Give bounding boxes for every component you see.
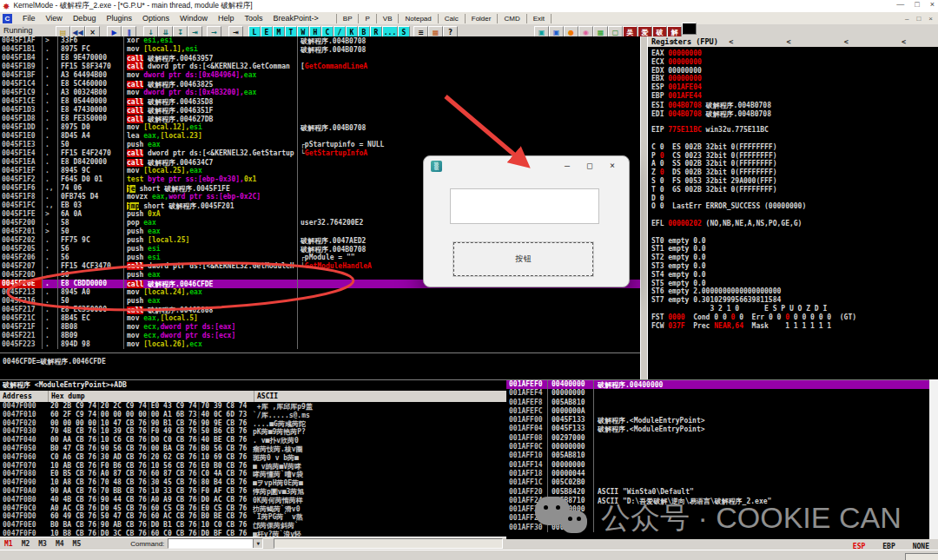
- disasm-row[interactable]: 0045F217.E8 EC350000call 破解程序.00462808: [0, 306, 640, 314]
- register-line[interactable]: [651, 228, 938, 237]
- mdi-minimize-button[interactable]: –: [905, 15, 908, 23]
- disasm-row[interactable]: 0045F1D8.E8 FE350000call 破解程序.004627DB: [0, 115, 640, 123]
- register-line[interactable]: Z 0 DS 002B 32bit 0(FFFFFFFF): [651, 168, 938, 177]
- dump-row[interactable]: 0047F03070 4B CB 76|10 39 CB 76|F0 49 CB…: [0, 427, 506, 436]
- register-line[interactable]: [651, 117, 938, 126]
- menu-item-breakpoint[interactable]: BreakPoint->: [268, 14, 324, 23]
- register-line[interactable]: ESP 001AFE04: [651, 83, 938, 92]
- disasm-row[interactable]: 0045F1B1.8975 FCmov [local.1],esi破解程序.00…: [0, 45, 640, 54]
- dump-row[interactable]: 0047F080E0 B5 CB 76|A0 87 CB 76|60 87 CB…: [0, 470, 506, 478]
- disasm-row[interactable]: 0045F1D3.E8 47430000call 破解程序.0046351F: [0, 106, 640, 115]
- stack-row[interactable]: 001AFF1800000044: [506, 470, 929, 478]
- register-line[interactable]: EAX 00000000: [651, 49, 938, 58]
- register-line[interactable]: P 0 CS 0023 32bit 0(FFFFFFFF): [651, 152, 938, 161]
- register-line[interactable]: [651, 135, 938, 143]
- dialog-text-input[interactable]: [450, 188, 599, 224]
- command-dropdown-icon[interactable]: ▼: [253, 539, 262, 548]
- register-line[interactable]: EBX 00000000: [651, 75, 938, 83]
- stack-row[interactable]: 001AFF24005B8710ASCII "D:\吾爱破解\逆向\易语言\破解…: [506, 497, 929, 505]
- stack-row[interactable]: 001AFF1C005C02B0: [506, 478, 929, 487]
- menu-item-file[interactable]: File: [17, 14, 41, 23]
- register-line[interactable]: ECX 00000000: [651, 58, 938, 67]
- register-line[interactable]: ESI 004B0708 破解程序.004B0708: [651, 101, 938, 109]
- target-app-dialog[interactable]: ▒ — □ × 按钮: [423, 155, 630, 287]
- disasm-row[interactable]: 0045F216.50push eax: [0, 297, 640, 306]
- register-line[interactable]: EIP 775E11BC win32u.775E11BC: [651, 126, 938, 135]
- disasm-row[interactable]: 0045F223.894D 98mov [local.26],ecx: [0, 340, 640, 349]
- mdi-close-button[interactable]: ×: [928, 15, 933, 23]
- disasm-row[interactable]: 0045F1CE.E8 05440000call 破解程序.004635D8: [0, 97, 640, 106]
- stack-row[interactable]: 001AFEF8005AB810: [506, 399, 929, 407]
- menu-item-debug[interactable]: Debug: [68, 14, 102, 23]
- disasm-row[interactable]: 0045F213.8945 A0mov [local.24],eax: [0, 288, 640, 297]
- menu-item-options[interactable]: Options: [137, 14, 175, 23]
- register-line[interactable]: T 0 GS 002B 32bit 0(FFFFFFFF): [651, 186, 938, 194]
- dump-row[interactable]: 0047F0A090 AA CB 76|70 BB CB 76|10 33 CB…: [0, 487, 506, 496]
- stack-row[interactable]: 001AFEF400000000: [506, 389, 929, 398]
- disasm-row[interactable]: 0045F1BF.A3 64494B00mov dword ptr ds:[0x…: [0, 71, 640, 80]
- memory-tab-m5[interactable]: M5: [69, 540, 86, 548]
- disasm-row[interactable]: 0045F21C.8B45 ECmov eax,[local.5]: [0, 314, 640, 323]
- dialog-button[interactable]: 按钮: [453, 242, 593, 276]
- disasm-row[interactable]: 0045F1B9.FF15 58F3470call dword ptr ds:[…: [0, 63, 640, 71]
- dump-row[interactable]: 0047F01060 2F C9 74|00 00 00 00|00 A1 6B…: [0, 411, 506, 419]
- registers-header-arrows[interactable]: < < < < <: [671, 36, 930, 47]
- register-line[interactable]: FST 0000 Cond 0 0 0 0 Err 0 0 0 0 0 0 0 …: [651, 313, 938, 322]
- disasm-row[interactable]: 0045F1C4.E8 5C460000call 破解程序.00463825: [0, 80, 640, 89]
- stack-row[interactable]: 001AFEFC0000000A: [506, 407, 929, 416]
- dump-row[interactable]: 0047F0D060 49 CB 76|50 47 CB 76|60 AC CB…: [0, 512, 506, 521]
- dialog-maximize-button[interactable]: □: [578, 156, 601, 175]
- stack-row[interactable]: 001AFF3000000000: [506, 524, 929, 532]
- menu-item-window[interactable]: Window: [175, 14, 213, 23]
- register-line[interactable]: 3 2 1 0 E S P U O Z D I: [651, 305, 938, 313]
- register-line[interactable]: EFL 00000202 (NO,NB,NE,A,NS,PO,GE,G): [651, 220, 938, 228]
- stack-row[interactable]: 001AFF2C00000000: [506, 514, 929, 523]
- register-line[interactable]: ST4 empty 0.0: [651, 271, 938, 280]
- window-close-button[interactable]: ×: [930, 0, 935, 9]
- register-line[interactable]: A 0 SS 002B 32bit 0(FFFFFFFF): [651, 160, 938, 168]
- disasm-row[interactable]: 0045F1E0.8D45 A4lea eax,[local.23]: [0, 132, 640, 141]
- stack-row[interactable]: 001AFF000045F133破解程序.<ModuleEntryPoint>: [506, 416, 929, 425]
- stack-row[interactable]: 001AFF2800000000: [506, 505, 929, 514]
- register-line[interactable]: C 0 ES 002B 32bit 0(FFFFFFFF): [651, 143, 938, 152]
- register-line[interactable]: EDX 00000000: [651, 67, 938, 76]
- dump-row[interactable]: 0047F060C0 A6 CB 76|30 AD CB 76|20 62 CB…: [0, 453, 506, 462]
- memory-tab-m3[interactable]: M3: [34, 540, 51, 548]
- dump-row[interactable]: 0047F02000 00 00 00|10 47 CB 76|90 B1 CB…: [0, 419, 506, 428]
- window-maximize-button[interactable]: □: [915, 0, 919, 9]
- register-line[interactable]: ST7 empty 0.3010299956639811584: [651, 296, 938, 305]
- register-line[interactable]: FCW 037F Prec NEAR,64 Mask 1 1 1 1 1 1: [651, 322, 938, 331]
- register-line[interactable]: ST2 empty 0.0: [651, 254, 938, 262]
- stack-row[interactable]: 001AFF0C00000000: [506, 443, 929, 451]
- stack-row[interactable]: 001AFF10005AB810: [506, 451, 929, 460]
- dump-row[interactable]: 0047F0C0A0 AC CB 76|D0 45 CB 76|60 C5 CB…: [0, 504, 506, 513]
- disasm-row[interactable]: 0045F221.8B09mov ecx,dword ptr ds:[ecx]: [0, 332, 640, 340]
- dump-row[interactable]: 0047F0B040 4B CB 76|90 44 CB 76|A0 A9 CB…: [0, 496, 506, 504]
- menu-item-help[interactable]: Help: [213, 14, 240, 23]
- stack-pane[interactable]: 001AFEF000400000破解程序.00400000001AFEF4000…: [506, 379, 929, 540]
- stack-row[interactable]: 001AFF0800297000: [506, 434, 929, 443]
- register-line[interactable]: S 0 FS 0053 32bit 29A000(FFF): [651, 177, 938, 186]
- dump-row[interactable]: 0047F050B0 47 CB 76|90 56 CB 76|00 BA CB…: [0, 445, 506, 453]
- menu-item-view[interactable]: View: [41, 14, 68, 23]
- dump-row[interactable]: 0047F07010 AB CB 76|F0 B6 CB 76|10 56 CB…: [0, 462, 506, 471]
- plugin-black-icon[interactable]: [682, 23, 697, 35]
- dump-row[interactable]: 0047F04000 AA CB 76|10 C6 CB 76|D0 C0 CB…: [0, 436, 506, 445]
- stack-scrollbar[interactable]: [929, 379, 938, 539]
- disasm-row[interactable]: 0045F1DD.8975 D0mov [local.12],esi破解程序.0…: [0, 123, 640, 132]
- memory-tab-m4[interactable]: M4: [51, 540, 69, 548]
- disasm-row[interactable]: 0045F1AF>33F6xor esi,esi破解程序.004B0708: [0, 36, 640, 45]
- register-line[interactable]: O 0 LastErr ERROR_SUCCESS (00000000): [651, 202, 938, 211]
- dump-row[interactable]: 0047F0E0B0 BA CB 76|90 AB CB 76|D0 B1 CB…: [0, 521, 506, 530]
- stack-row[interactable]: 001AFF040045F133破解程序.<ModuleEntryPoint>: [506, 425, 929, 433]
- register-line[interactable]: D 0: [651, 194, 938, 203]
- register-line[interactable]: ST3 empty 0.0: [651, 262, 938, 271]
- command-input[interactable]: ▼: [168, 538, 263, 549]
- register-line[interactable]: EBP 001AFE44: [651, 92, 938, 101]
- stack-row[interactable]: 001AFF1400000000: [506, 461, 929, 470]
- menu-item-plugins[interactable]: Plugins: [101, 14, 137, 23]
- register-line[interactable]: ST0 empty 0.0: [651, 237, 938, 246]
- disasm-row[interactable]: 0045F1B4.E8 9E470000call 破解程序.00463957: [0, 54, 640, 63]
- register-line[interactable]: ST5 empty 0.0: [651, 280, 938, 288]
- disasm-row[interactable]: 0045F1E3.50push eax┌pStartupinfo = NULL: [0, 141, 640, 149]
